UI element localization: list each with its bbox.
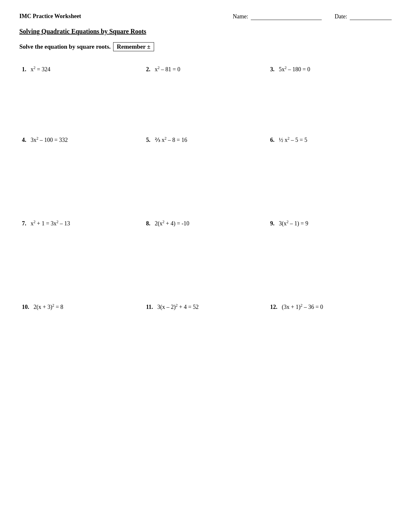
problem-row-4: 10. 2(x + 3)2 = 8 11. 3(x – 2)2 + 4 = 52… — [19, 298, 392, 362]
date-field: Date: — [335, 13, 392, 20]
name-label: Name: — [233, 13, 248, 20]
problem-5-number: 5. — [146, 137, 151, 143]
problem-2: 2. x2 – 81 = 0 — [143, 60, 268, 131]
problem-11: 11. 3(x – 2)2 + 4 = 52 — [143, 298, 268, 362]
remember-box: Remember ± — [113, 42, 154, 51]
problem-6-number: 6. — [270, 137, 275, 143]
instructions-text: Solve the equation by square roots. — [19, 43, 111, 50]
problem-5: 5. ⅔ x2 – 8 = 16 — [143, 131, 268, 214]
date-label: Date: — [335, 13, 347, 20]
problem-7-number: 7. — [22, 220, 26, 227]
problem-row-1: 1. x2 = 324 2. x2 – 81 = 0 3. 5x2 – 180 … — [19, 60, 392, 131]
problem-row-3: 7. x2 + 1 = 3x2 – 13 8. 2(x2 + 4) = -10 … — [19, 214, 392, 298]
problem-3-number: 3. — [270, 66, 275, 73]
problem-8: 8. 2(x2 + 4) = -10 — [143, 214, 268, 298]
problem-4: 4. 3x2 – 100 = 332 — [19, 131, 143, 214]
problem-8-number: 8. — [146, 220, 151, 227]
problem-11-number: 11. — [146, 304, 153, 310]
problem-12-number: 12. — [270, 304, 278, 310]
problem-3: 3. 5x2 – 180 = 0 — [268, 60, 392, 131]
problem-1-number: 1. — [22, 66, 26, 73]
name-input-line — [251, 13, 322, 20]
problem-10: 10. 2(x + 3)2 = 8 — [19, 298, 143, 362]
problem-9-number: 9. — [270, 220, 275, 227]
problem-row-2: 4. 3x2 – 100 = 332 5. ⅔ x2 – 8 = 16 6. ½… — [19, 131, 392, 214]
problem-1: 1. x2 = 324 — [19, 60, 143, 131]
problem-4-number: 4. — [22, 137, 26, 143]
problem-2-number: 2. — [146, 66, 151, 73]
date-input-line — [350, 13, 392, 20]
problem-7: 7. x2 + 1 = 3x2 – 13 — [19, 214, 143, 298]
page-title: Solving Quadratic Equations by Square Ro… — [19, 28, 392, 35]
problem-12: 12. (3x + 1)2 – 36 = 0 — [268, 298, 392, 362]
worksheet-header: IMC Practice Worksheet Name: Date: — [19, 13, 392, 20]
problem-9: 9. 3(x2 – 1) = 9 — [268, 214, 392, 298]
header-fields: Name: Date: — [233, 13, 392, 20]
problem-10-number: 10. — [22, 304, 29, 310]
instructions-row: Solve the equation by square roots. Reme… — [19, 42, 392, 51]
name-field: Name: — [233, 13, 322, 20]
problem-6: 6. ½ x2 – 5 = 5 — [268, 131, 392, 214]
worksheet-title-label: IMC Practice Worksheet — [19, 13, 81, 20]
